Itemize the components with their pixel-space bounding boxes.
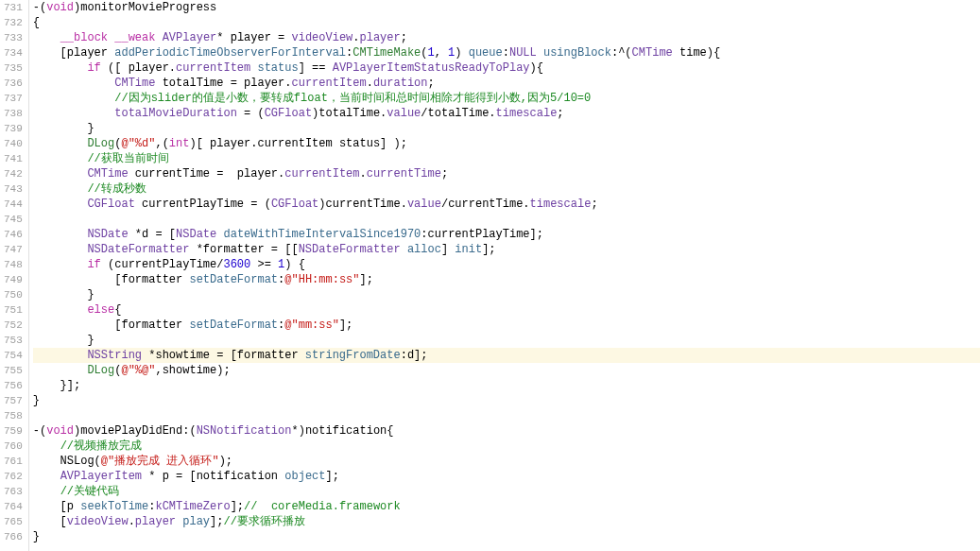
code-token: [formatter	[33, 319, 190, 332]
line-number: 744	[4, 197, 23, 212]
code-line[interactable]: if ([ player.currentItem status] == AVPl…	[33, 60, 980, 76]
code-line[interactable]	[33, 212, 980, 227]
code-token	[33, 61, 88, 75]
code-token: }];	[33, 379, 80, 392]
line-number: 734	[4, 45, 23, 60]
line-number: 745	[4, 212, 23, 227]
code-token: setDateFormat	[189, 319, 278, 332]
code-token: totalTime = player.	[155, 77, 291, 90]
code-line[interactable]: CMTime currentTime = player.currentItem.…	[33, 166, 980, 181]
code-token	[33, 182, 88, 196]
code-line[interactable]: NSLog(@"播放完成 进入循环");	[33, 454, 980, 469]
code-token: ];	[482, 243, 495, 256]
code-line[interactable]: DLog(@"%d",(int)[ player.currentItem sta…	[33, 136, 980, 151]
code-line[interactable]: //视频播放完成	[33, 439, 980, 454]
code-line[interactable]: NSString *showtime = [formatter stringFr…	[33, 348, 980, 363]
code-token: currentTime = player.	[129, 167, 285, 181]
code-line[interactable]: -(void)monitorMovieProgress	[33, 0, 980, 15]
code-token: )[ player.currentItem status] );	[189, 137, 406, 150]
code-token: currentItem	[284, 167, 359, 181]
code-line[interactable]: }	[33, 529, 980, 544]
code-line[interactable]: totalMovieDuration = (CGFloat)totalTime.…	[33, 106, 980, 121]
line-number: 752	[4, 318, 23, 333]
code-line[interactable]: DLog(@"%@",showtime);	[33, 363, 980, 378]
code-line[interactable]: }	[33, 393, 980, 408]
code-token: object	[284, 470, 325, 483]
code-line[interactable]	[33, 408, 980, 423]
code-line[interactable]: //因为slider的值是小数，要转成float，当前时间和总时间相除才能得到小…	[33, 91, 980, 106]
code-line[interactable]: AVPlayerItem * p = [notification object]…	[33, 469, 980, 484]
code-line[interactable]: //获取当前时间	[33, 151, 980, 166]
code-editor[interactable]: -(void)monitorMovieProgress{ __block __w…	[29, 0, 980, 551]
code-token: NSString	[87, 349, 142, 362]
code-line[interactable]: NSDate *d = [NSDate dateWithTimeInterval…	[33, 227, 980, 242]
code-token: *formatter = [[	[189, 243, 298, 256]
code-line[interactable]: [formatter setDateFormat:@"mm:ss"];	[33, 318, 980, 333]
code-token: duration	[373, 77, 428, 90]
code-token	[33, 258, 88, 271]
line-number: 762	[4, 469, 23, 484]
code-line[interactable]: __block __weak AVPlayer* player = videoV…	[33, 30, 980, 45]
code-line[interactable]: -(void)moviePlayDidEnd:(NSNotification*)…	[33, 423, 980, 439]
code-token: __block	[60, 31, 108, 44]
code-token: )monitorMovieProgress	[74, 1, 216, 14]
code-token: )	[455, 46, 468, 60]
code-line[interactable]: NSDateFormatter *formatter = [[NSDateFor…	[33, 242, 980, 257]
code-token: // coreMedia.framework	[244, 500, 401, 513]
code-token	[33, 167, 88, 181]
code-line[interactable]: else{	[33, 302, 980, 318]
line-number: 754	[4, 348, 23, 363]
code-token: NSDate	[176, 228, 216, 241]
code-token: seekToTime	[80, 500, 148, 513]
code-line[interactable]: }	[33, 121, 980, 136]
code-token: stringFromDate	[305, 349, 401, 362]
line-number: 760	[4, 439, 23, 454]
code-token: /currentTime.	[441, 198, 530, 211]
line-number: 747	[4, 242, 23, 257]
code-token: }	[33, 530, 40, 543]
line-number: 739	[4, 121, 23, 136]
line-number: 737	[4, 91, 23, 106]
code-token	[33, 77, 114, 90]
line-number: 740	[4, 136, 23, 151]
line-number: 738	[4, 106, 23, 121]
line-number: 736	[4, 76, 23, 91]
code-line[interactable]: [videoView.player play];//要求循环播放	[33, 514, 980, 529]
code-token: CMTime	[87, 167, 128, 181]
code-line[interactable]: [player addPeriodicTimeObserverForInterv…	[33, 45, 980, 60]
code-line[interactable]: [formatter setDateFormat:@"HH:mm:ss"];	[33, 272, 980, 287]
code-token: ;	[401, 31, 407, 44]
line-number-gutter: 7317327337347357367377387397407417427437…	[0, 0, 29, 551]
code-token: * player =	[216, 31, 291, 44]
code-line[interactable]: CGFloat currentPlayTime = (CGFloat)curre…	[33, 197, 980, 212]
code-token	[33, 152, 88, 165]
code-line[interactable]: {	[33, 15, 980, 30]
code-line[interactable]: }	[33, 333, 980, 348]
code-token	[155, 31, 162, 44]
code-token: -(	[33, 424, 46, 438]
code-token	[33, 137, 88, 150]
code-line[interactable]: [p seekToTime:kCMTimeZero];// coreMedia.…	[33, 499, 980, 514]
code-token: {	[114, 303, 121, 317]
code-token: @"mm:ss"	[284, 319, 339, 332]
line-number: 757	[4, 393, 23, 408]
code-line[interactable]: }];	[33, 378, 980, 393]
code-token: *showtime = [formatter	[142, 349, 305, 362]
code-line[interactable]: }	[33, 287, 980, 302]
code-token: }	[33, 122, 95, 135]
code-token: )totalTime.	[312, 107, 387, 120]
code-line[interactable]: if (currentPlayTime/3600 >= 1) {	[33, 257, 980, 272]
code-line[interactable]: CMTime totalTime = player.currentItem.du…	[33, 76, 980, 91]
code-line[interactable]: //关键代码	[33, 484, 980, 499]
code-token: queue	[469, 46, 503, 60]
code-token: ,	[435, 46, 448, 60]
code-token	[33, 470, 60, 483]
code-token: dateWithTimeIntervalSince1970	[223, 228, 421, 241]
code-token: totalMovieDuration	[114, 107, 237, 120]
code-token	[33, 349, 88, 362]
line-number: 750	[4, 287, 23, 302]
code-line[interactable]: //转成秒数	[33, 181, 980, 197]
code-token: //转成秒数	[87, 182, 146, 196]
code-token	[33, 364, 88, 377]
code-token: int	[169, 137, 190, 150]
